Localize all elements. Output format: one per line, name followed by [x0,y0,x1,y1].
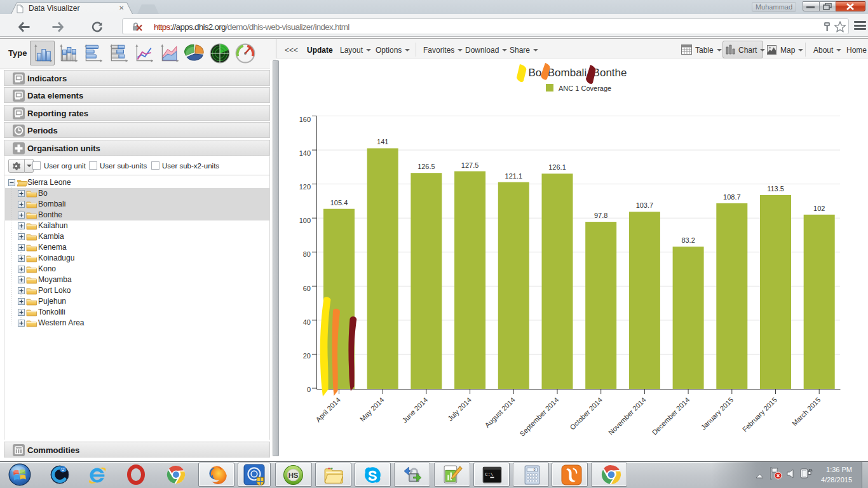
svg-text:Koinadugu: Koinadugu [38,254,74,262]
svg-text:September 2014: September 2014 [518,396,560,438]
svg-text:113.5: 113.5 [767,185,784,193]
svg-text:July 2014: July 2014 [446,396,473,423]
svg-text:60: 60 [303,285,311,292]
svg-text:May 2014: May 2014 [358,396,386,423]
svg-text:97.8: 97.8 [594,212,607,219]
svg-text:100: 100 [299,217,311,224]
svg-text:June 2014: June 2014 [400,396,429,424]
svg-text:127.5: 127.5 [461,161,479,169]
svg-text:Moyamba: Moyamba [38,275,72,284]
svg-text:HS: HS [288,471,299,479]
svg-text:Sierra Leone: Sierra Leone [27,178,71,187]
svg-text:February 2015: February 2015 [741,396,778,433]
svg-text:126.5: 126.5 [417,163,435,170]
svg-text:80: 80 [303,250,311,258]
svg-text:Pujehun: Pujehun [38,297,66,306]
svg-text:Bombali: Bombali [38,200,65,208]
svg-text:Bonthe: Bonthe [38,210,62,219]
svg-text:0: 0 [307,386,311,393]
svg-text:121.1: 121.1 [505,172,523,180]
svg-text:December 2014: December 2014 [651,396,691,437]
svg-text:January 2015: January 2015 [700,396,735,431]
svg-text:103.7: 103.7 [636,201,654,209]
svg-text:Bo: Bo [38,189,48,198]
svg-text:108.7: 108.7 [723,193,741,201]
svg-text:November 2014: November 2014 [607,396,648,437]
svg-text:C:\: C:\ [485,472,493,477]
svg-text:March 2015: March 2015 [790,396,822,428]
svg-text:105.4: 105.4 [330,199,348,207]
svg-text:83.2: 83.2 [681,236,695,244]
svg-text:Kenema: Kenema [38,243,67,252]
svg-text:126.1: 126.1 [548,163,566,171]
svg-text:40: 40 [303,318,311,326]
svg-text:Port Loko: Port Loko [38,286,71,295]
svg-text:Tonkolili: Tonkolili [38,308,65,316]
svg-text:20: 20 [303,352,311,360]
svg-text:Western Area: Western Area [38,318,85,327]
svg-text:April 2014: April 2014 [314,396,342,424]
svg-text:Kono: Kono [38,264,56,273]
svg-text:Kailahun: Kailahun [38,221,68,230]
svg-text:October 2014: October 2014 [568,396,604,431]
svg-text:160: 160 [299,116,311,123]
svg-text:120: 120 [299,183,311,191]
svg-text:102: 102 [813,205,825,212]
svg-text:August 2014: August 2014 [484,396,517,429]
svg-text:Kambia: Kambia [38,232,64,241]
svg-text:0: 0 [534,468,536,471]
svg-text:140: 140 [299,149,311,157]
svg-text:141: 141 [377,138,388,146]
svg-text:ANC 1 Coverage: ANC 1 Coverage [559,85,611,92]
